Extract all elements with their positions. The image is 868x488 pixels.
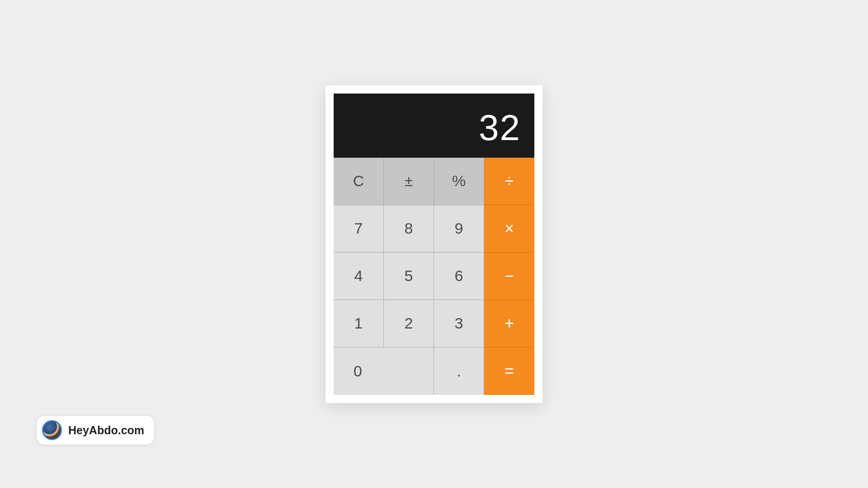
multiply-button[interactable]: × <box>484 205 534 253</box>
equals-button[interactable]: = <box>484 347 534 395</box>
negate-button[interactable]: ± <box>384 158 434 205</box>
eight-button[interactable]: 8 <box>384 205 434 253</box>
avatar-icon <box>42 420 62 440</box>
calculator-display: 32 <box>334 94 534 158</box>
calculator-keypad: C ± % ÷ 7 8 9 × 4 5 6 − 1 2 3 + 0 . = <box>334 158 534 395</box>
five-button[interactable]: 5 <box>384 253 434 300</box>
clear-button[interactable]: C <box>334 158 384 205</box>
divide-button[interactable]: ÷ <box>484 158 534 205</box>
one-button[interactable]: 1 <box>334 300 384 347</box>
attribution-badge[interactable]: HeyAbdo.com <box>36 415 155 445</box>
nine-button[interactable]: 9 <box>434 205 484 253</box>
calculator-app: 32 C ± % ÷ 7 8 9 × 4 5 6 − 1 2 3 + 0 . = <box>326 85 542 403</box>
seven-button[interactable]: 7 <box>334 205 384 253</box>
six-button[interactable]: 6 <box>434 253 484 300</box>
add-button[interactable]: + <box>484 300 534 347</box>
two-button[interactable]: 2 <box>384 300 434 347</box>
zero-button[interactable]: 0 <box>334 347 434 395</box>
subtract-button[interactable]: − <box>484 253 534 300</box>
three-button[interactable]: 3 <box>434 300 484 347</box>
attribution-label: HeyAbdo.com <box>68 424 144 437</box>
decimal-button[interactable]: . <box>434 347 484 395</box>
four-button[interactable]: 4 <box>334 253 384 300</box>
percent-button[interactable]: % <box>434 158 484 205</box>
